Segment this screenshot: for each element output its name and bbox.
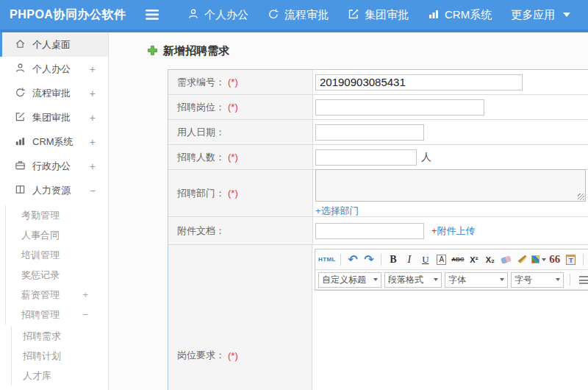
required-mark: (*)	[228, 77, 238, 88]
font-size-select[interactable]: 字号	[511, 272, 564, 288]
field-label: 招聘人数：	[177, 151, 225, 164]
align-left-button[interactable]	[576, 272, 588, 288]
sidebar-subitem-recruit-demand[interactable]: 招聘需求	[12, 326, 108, 346]
field-label: 用人日期：	[177, 126, 225, 139]
toolbar-separator	[340, 254, 341, 266]
sidebar-item-workflow-approval[interactable]: 流程审批 +	[0, 81, 108, 105]
expand-plus-icon[interactable]: +	[90, 63, 96, 75]
field-label: 岗位要求：	[177, 349, 225, 362]
sidebar-item-label: 流程审批	[32, 87, 71, 100]
rich-text-editor: HTML ↶ ↷ B I U A ABC X² X₂	[315, 249, 588, 291]
caret-down-icon	[373, 278, 378, 281]
headcount-input[interactable]	[315, 149, 417, 166]
field-label: 招聘部门：	[177, 187, 225, 200]
nav-personal-office[interactable]: 个人办公	[178, 0, 258, 29]
subitem-label: 人事合同	[21, 230, 60, 241]
sidebar-item-administrative-office[interactable]: 行政办公 +	[0, 154, 108, 178]
form-row-hire-date: 用人日期：	[168, 120, 588, 145]
attachment-input[interactable]	[315, 223, 424, 239]
form-row-headcount: 招聘人数： (*) 人	[168, 145, 588, 170]
home-icon	[15, 38, 26, 52]
nav-label: 集团审批	[365, 8, 409, 22]
eraser-icon	[501, 255, 512, 264]
sidebar-item-human-resources[interactable]: 人力资源 −	[0, 178, 108, 202]
required-mark: (*)	[228, 188, 238, 199]
hamburger-menu-button[interactable]	[140, 10, 165, 20]
sidebar-item-personal-office[interactable]: 个人办公 +	[0, 57, 108, 81]
blockquote-button[interactable]: 66	[548, 252, 562, 268]
expand-plus-icon[interactable]: +	[82, 285, 88, 305]
paragraph-format-select[interactable]: 段落格式	[384, 272, 442, 288]
subscript-button[interactable]: X₂	[483, 252, 498, 268]
briefcase-icon	[15, 160, 26, 173]
select-department-link[interactable]: +选择部门	[315, 205, 359, 216]
nav-label: CRM系统	[445, 8, 492, 22]
nav-group-approval[interactable]: 集团审批	[338, 0, 418, 29]
nav-label: 更多应用	[511, 8, 555, 22]
font-border-button[interactable]: A	[437, 255, 446, 265]
caret-down-icon	[563, 13, 570, 17]
underline-button[interactable]: U	[418, 252, 433, 268]
nav-more-apps[interactable]: 更多应用	[501, 0, 580, 29]
nav-workflow-approval[interactable]: 流程审批	[258, 0, 338, 29]
sidebar-subitem-salary[interactable]: 薪资管理+	[6, 285, 108, 305]
bold-button[interactable]: B	[386, 252, 401, 268]
eraser-button[interactable]	[499, 252, 514, 268]
hr-submenu: 考勤管理 人事合同 培训管理 奖惩记录 薪资管理+ 招聘管理−	[5, 205, 108, 325]
expand-plus-icon[interactable]: +	[90, 88, 96, 99]
color-palette-button[interactable]	[531, 252, 546, 268]
font-family-select[interactable]: 字体	[445, 272, 508, 288]
editor-toolbar-row2: 自定义标题 段落格式 字体 字号	[315, 270, 588, 290]
field-label: 需求编号：	[177, 76, 225, 89]
recruitment-submenu: 招聘需求 招聘计划 人才库	[11, 326, 108, 386]
sidebar-subitem-personnel-contract[interactable]: 人事合同	[6, 225, 108, 245]
redo-button[interactable]: ↷	[362, 252, 376, 268]
sidebar-item-group-approval[interactable]: 集团审批 +	[0, 105, 108, 130]
toolbar-separator	[583, 254, 584, 266]
sidebar: 个人桌面 个人办公 + 流程审批 + 集团审批 + CRM系统 + 行政办公 +	[0, 32, 109, 390]
expand-plus-icon[interactable]: +	[90, 160, 96, 172]
collapse-minus-icon[interactable]: −	[90, 185, 96, 196]
subitem-label: 招聘需求	[23, 330, 61, 341]
sidebar-subitem-recruitment[interactable]: 招聘管理−	[6, 305, 108, 325]
user-icon	[15, 63, 26, 76]
field-label: 招聘岗位：	[177, 101, 225, 114]
html-source-button[interactable]: HTML	[318, 252, 336, 268]
book-icon	[15, 184, 26, 197]
collapse-minus-icon[interactable]: −	[82, 305, 88, 325]
strikethrough-button[interactable]: ABC	[451, 252, 465, 268]
position-input[interactable]	[315, 99, 484, 116]
sidebar-subitem-training[interactable]: 培训管理	[6, 245, 108, 265]
sidebar-subitem-recruit-plan[interactable]: 招聘计划	[12, 346, 108, 366]
department-textarea[interactable]	[315, 169, 586, 202]
hire-date-input[interactable]	[315, 124, 424, 141]
sidebar-item-label: 人力资源	[32, 184, 71, 197]
required-mark: (*)	[228, 102, 238, 113]
format-brush-button[interactable]	[515, 252, 530, 268]
italic-button[interactable]: I	[402, 252, 417, 268]
expand-plus-icon[interactable]: +	[90, 112, 96, 124]
align-left-icon	[579, 276, 588, 284]
headcount-unit: 人	[421, 151, 431, 164]
custom-heading-select[interactable]: 自定义标题	[318, 272, 381, 288]
undo-button[interactable]: ↶	[345, 252, 360, 268]
resize-grip-icon[interactable]	[578, 194, 584, 200]
attachment-upload-link[interactable]: 附件上传	[437, 225, 476, 236]
caret-down-icon	[434, 278, 438, 281]
page-title: 新增招聘需求	[109, 32, 588, 58]
sidebar-item-crm-system[interactable]: CRM系统 +	[0, 130, 108, 154]
sidebar-subitem-talent-pool[interactable]: 人才库	[12, 366, 108, 386]
sidebar-subitem-attendance[interactable]: 考勤管理	[6, 205, 108, 225]
expand-plus-icon[interactable]: +	[90, 136, 96, 148]
superscript-button[interactable]: X²	[467, 252, 481, 268]
sidebar-subitem-rewards[interactable]: 奖惩记录	[6, 265, 108, 285]
subitem-label: 招聘计划	[23, 350, 61, 361]
demand-no-input[interactable]	[315, 74, 523, 91]
subitem-label: 薪资管理	[21, 289, 60, 300]
sidebar-item-label: CRM系统	[32, 135, 74, 149]
hamburger-icon	[140, 10, 165, 20]
sidebar-item-personal-desktop[interactable]: 个人桌面	[0, 32, 108, 57]
nav-crm-system[interactable]: CRM系统	[418, 0, 501, 29]
subitem-label: 人才库	[23, 370, 51, 381]
paste-button[interactable]: T	[564, 252, 578, 268]
